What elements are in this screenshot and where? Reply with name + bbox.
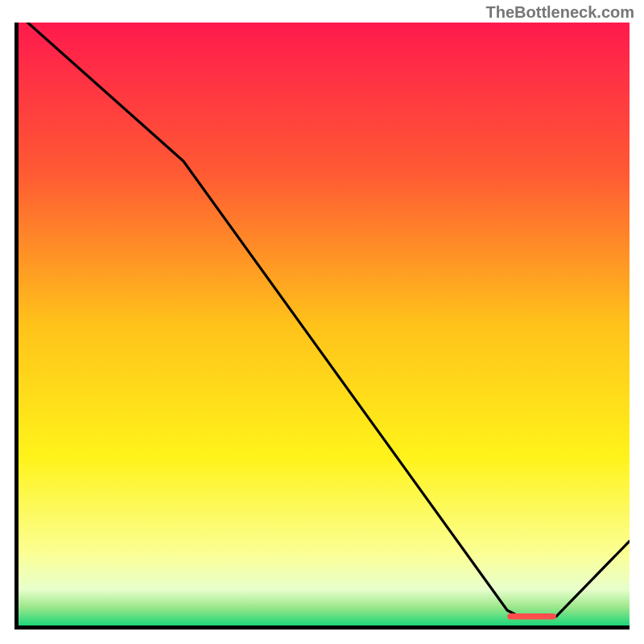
chart-marker-segment [507,613,556,620]
chart-gradient-bg [19,23,630,625]
chart-svg [19,23,630,625]
chart-plot-area [14,23,630,630]
watermark-text: TheBottleneck.com [486,3,634,22]
